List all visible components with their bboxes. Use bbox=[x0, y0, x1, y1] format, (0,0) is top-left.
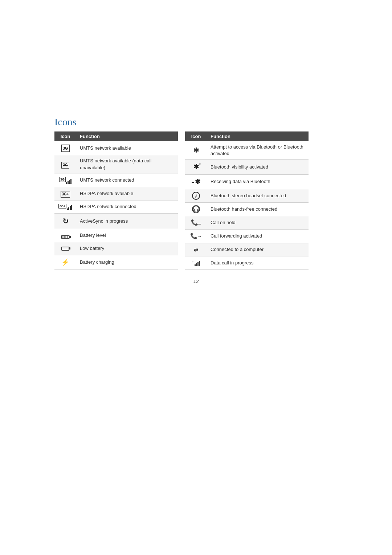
table-row: 3GUMTS network available bbox=[54, 141, 178, 155]
battery-low-icon bbox=[61, 247, 69, 251]
bluetooth-data-icon: ••✱ bbox=[192, 177, 200, 186]
icon-cell: 📞... bbox=[185, 216, 207, 229]
function-cell: Bluetooth hands-free connected bbox=[207, 202, 309, 216]
function-cell: Data call in progress bbox=[207, 256, 309, 270]
function-cell: Battery level bbox=[76, 229, 178, 242]
table-row: 3G+HSDPA network available bbox=[54, 187, 178, 200]
function-cell: Call forwarding activated bbox=[207, 230, 309, 243]
bluetooth-handsfree-icon: 🎧 bbox=[192, 205, 200, 213]
function-cell: Call on hold bbox=[207, 216, 309, 229]
table-row: 3G UMTS network available (data call una… bbox=[54, 155, 178, 174]
function-cell: HSDPA network connected bbox=[76, 200, 178, 213]
function-cell: HSDPA network available bbox=[76, 187, 178, 200]
function-cell: Attempt to access via Bluetooth or Bluet… bbox=[207, 141, 309, 160]
page-container: Icons Icon Function 3GUMTS network avail… bbox=[54, 116, 338, 284]
table-row: 📞...Call on hold bbox=[185, 216, 309, 229]
icon-cell: 3G bbox=[54, 141, 76, 155]
left-header-function: Function bbox=[76, 131, 178, 141]
icon-cell: 📞→ bbox=[185, 230, 207, 243]
icon-cell bbox=[54, 242, 76, 255]
left-header-icon: Icon bbox=[54, 131, 76, 141]
function-cell: UMTS network available bbox=[76, 141, 178, 155]
icon-cell: ↻ bbox=[54, 213, 76, 229]
function-cell: Bluetooth stereo headset connected bbox=[207, 189, 309, 202]
function-cell: Battery charging bbox=[76, 255, 178, 270]
sync-icon: ↻ bbox=[62, 217, 69, 225]
right-table: Icon Function ✱Attempt to access via Blu… bbox=[185, 131, 309, 270]
icon-cell bbox=[54, 229, 76, 242]
3g-alt-icon: 3G bbox=[61, 162, 69, 169]
3g-bars-icon: 3G bbox=[59, 179, 72, 184]
icon-cell: ⚡ bbox=[54, 255, 76, 270]
icon-cell: 3G bbox=[54, 174, 76, 187]
page-number: 13 bbox=[54, 279, 338, 284]
function-cell: UMTS network available (data call unavai… bbox=[76, 155, 178, 174]
section-title: Icons bbox=[54, 116, 338, 128]
table-row: 3G+ HSDPA network connected bbox=[54, 200, 178, 213]
call-forward-icon: 📞→ bbox=[190, 233, 202, 239]
table-row: ⚡Battery charging bbox=[54, 255, 178, 270]
table-row: ⇄Connected to a computer bbox=[185, 243, 309, 256]
table-row: 🎧Bluetooth hands-free connected bbox=[185, 202, 309, 216]
3g-icon: 3G bbox=[61, 145, 70, 152]
table-row: ••✱ Receiving data via Bluetooth bbox=[185, 174, 309, 189]
icon-cell: ••✱ bbox=[185, 174, 207, 189]
battery-charge-icon: ⚡ bbox=[61, 259, 69, 266]
function-cell: Connected to a computer bbox=[207, 243, 309, 256]
bluetooth-icon: ✱ bbox=[193, 147, 199, 154]
3gplus-icon: 3G+ bbox=[61, 191, 70, 198]
icon-cell: ✱ bbox=[185, 141, 207, 160]
function-cell: UMTS network connected bbox=[76, 174, 178, 187]
table-row: ↕ Data call in progress bbox=[185, 256, 309, 270]
bluetooth-stereo-icon: ♪ bbox=[192, 192, 200, 200]
table-row: ↻ActiveSync in progress bbox=[54, 213, 178, 229]
icon-cell: 🎧 bbox=[185, 202, 207, 216]
left-table: Icon Function 3GUMTS network available 3… bbox=[54, 131, 178, 270]
icon-cell: 3G bbox=[54, 155, 76, 174]
function-cell: ActiveSync in progress bbox=[76, 213, 178, 229]
data-call-icon: ↕ bbox=[192, 261, 200, 266]
icon-cell: 3G+ bbox=[54, 200, 76, 213]
3gplus-bars-icon: 3G+ bbox=[58, 205, 72, 210]
table-row: ♪Bluetooth stereo headset connected bbox=[185, 189, 309, 202]
battery-full-icon bbox=[61, 235, 70, 239]
tables-wrapper: Icon Function 3GUMTS network available 3… bbox=[54, 131, 338, 270]
icon-cell: ↕ bbox=[185, 256, 207, 270]
icon-cell: ♪ bbox=[185, 189, 207, 202]
table-row: Low battery bbox=[54, 242, 178, 255]
table-row: Battery level bbox=[54, 229, 178, 242]
function-cell: Receiving data via Bluetooth bbox=[207, 174, 309, 189]
right-header-icon: Icon bbox=[185, 131, 207, 141]
bluetooth-visible-icon: ✱ ○ bbox=[193, 162, 199, 171]
table-row: ✱Attempt to access via Bluetooth or Blue… bbox=[185, 141, 309, 160]
icon-cell: ✱ ○ bbox=[185, 160, 207, 174]
table-row: ✱ ○ Bluetooth visibility activated bbox=[185, 160, 309, 174]
function-cell: Bluetooth visibility activated bbox=[207, 160, 309, 174]
icon-cell: ⇄ bbox=[185, 243, 207, 256]
table-row: 📞→Call forwarding activated bbox=[185, 230, 309, 243]
right-header-function: Function bbox=[207, 131, 309, 141]
table-row: 3G UMTS network connected bbox=[54, 174, 178, 187]
icon-cell: 3G+ bbox=[54, 187, 76, 200]
function-cell: Low battery bbox=[76, 242, 178, 255]
call-hold-icon: 📞... bbox=[191, 219, 201, 226]
computer-connected-icon: ⇄ bbox=[194, 247, 198, 253]
